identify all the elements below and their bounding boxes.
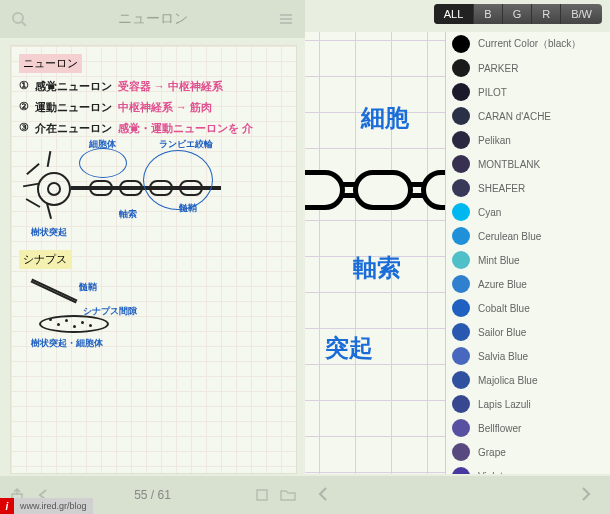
filter-tab-r[interactable]: R: [532, 4, 561, 24]
color-swatch: [452, 419, 470, 437]
sketch-label: 樹状突起・細胞体: [31, 337, 103, 350]
sketch-label: 軸索: [119, 208, 137, 221]
color-name: Azure Blue: [478, 279, 527, 290]
color-item[interactable]: MONTBLANK: [446, 152, 610, 176]
color-item[interactable]: Cerulean Blue: [446, 224, 610, 248]
color-item[interactable]: Mint Blue: [446, 248, 610, 272]
color-item[interactable]: Salvia Blue: [446, 344, 610, 368]
color-swatch: [452, 371, 470, 389]
sketch-label: 細胞体: [89, 138, 116, 151]
forward-icon[interactable]: [580, 486, 598, 504]
item-num: ①: [19, 79, 29, 94]
color-name: Majolica Blue: [478, 375, 537, 386]
back-icon[interactable]: [317, 486, 335, 504]
sketch-label: 樹状突起: [31, 226, 67, 239]
note-page[interactable]: ニューロン ①感覚ニューロン受容器 → 中枢神経系 ②運動ニューロン中枢神経系 …: [10, 45, 297, 474]
color-item[interactable]: Grape: [446, 440, 610, 464]
zoom-label: 突起: [325, 332, 373, 364]
color-item[interactable]: Azure Blue: [446, 272, 610, 296]
color-name: Pelikan: [478, 135, 511, 146]
page-icon[interactable]: [253, 486, 271, 504]
color-item[interactable]: SHEAFER: [446, 176, 610, 200]
color-name: Mint Blue: [478, 255, 520, 266]
watermark-badge: i: [0, 498, 14, 514]
color-swatch: [452, 107, 470, 125]
color-swatch: [452, 35, 470, 53]
color-item[interactable]: Current Color（black）: [446, 32, 610, 56]
color-name: Cobalt Blue: [478, 303, 530, 314]
color-item[interactable]: CARAN d'ACHE: [446, 104, 610, 128]
color-item[interactable]: Cobalt Blue: [446, 296, 610, 320]
svg-point-0: [13, 13, 23, 23]
color-item[interactable]: Bellflower: [446, 416, 610, 440]
color-name: Lapis Lazuli: [478, 399, 531, 410]
color-swatch: [452, 203, 470, 221]
item-label: 介在ニューロン: [35, 121, 112, 136]
color-name: PILOT: [478, 87, 507, 98]
filter-tab-g[interactable]: G: [503, 4, 533, 24]
color-name: Violet: [478, 471, 503, 475]
item-num: ③: [19, 121, 29, 136]
svg-rect-6: [257, 490, 267, 500]
filter-tab-all[interactable]: ALL: [434, 4, 475, 24]
left-toolbar: ニューロン: [0, 0, 305, 38]
color-item[interactable]: Violet: [446, 464, 610, 474]
color-filter-tabs: ALLBGRB/W: [434, 4, 602, 24]
note-content: ニューロン ①感覚ニューロン受容器 → 中枢神経系 ②運動ニューロン中枢神経系 …: [11, 46, 296, 473]
color-item[interactable]: Cyan: [446, 200, 610, 224]
synapse-sketch: 髄鞘 シナプス間隙 樹状突起・細胞体: [19, 275, 288, 355]
color-name: PARKER: [478, 63, 518, 74]
zoom-label: 細胞: [361, 102, 409, 134]
item-desc: 受容器 → 中枢神経系: [118, 79, 223, 94]
color-swatch: [452, 395, 470, 413]
color-swatch: [452, 251, 470, 269]
color-swatch: [452, 275, 470, 293]
color-name: Grape: [478, 447, 506, 458]
color-name: Cyan: [478, 207, 501, 218]
color-item[interactable]: PARKER: [446, 56, 610, 80]
neuron-sketch: 細胞体 ランビエ絞輪 軸索 髄鞘 樹状突起: [19, 144, 288, 244]
color-swatch: [452, 323, 470, 341]
sketch-label: 髄鞘: [79, 281, 97, 294]
color-name: Current Color（black）: [478, 37, 581, 51]
color-swatch: [452, 155, 470, 173]
note-title: ニューロン: [38, 10, 267, 28]
color-picker-pane: ALLBGRB/W 細胞 軸索 突起 Current Color（black）P…: [305, 0, 610, 514]
color-name: Bellflower: [478, 423, 521, 434]
section-heading-1: ニューロン: [19, 54, 82, 73]
section-heading-2: シナプス: [19, 250, 71, 269]
sketch-label: シナプス間隙: [83, 305, 137, 318]
color-swatch: [452, 347, 470, 365]
item-num: ②: [19, 100, 29, 115]
color-item[interactable]: PILOT: [446, 80, 610, 104]
sketch-label: 髄鞘: [179, 202, 197, 215]
svg-line-1: [22, 22, 26, 26]
right-bottom-bar: [305, 476, 610, 514]
color-name: Salvia Blue: [478, 351, 528, 362]
color-swatch: [452, 227, 470, 245]
color-item[interactable]: Lapis Lazuli: [446, 392, 610, 416]
color-list[interactable]: Current Color（black）PARKERPILOTCARAN d'A…: [445, 32, 610, 474]
color-item[interactable]: Majolica Blue: [446, 368, 610, 392]
color-swatch: [452, 443, 470, 461]
color-item[interactable]: Pelikan: [446, 128, 610, 152]
filter-tab-b-w[interactable]: B/W: [561, 4, 602, 24]
search-icon[interactable]: [10, 10, 28, 28]
filter-tab-b[interactable]: B: [474, 4, 502, 24]
color-name: SHEAFER: [478, 183, 525, 194]
color-swatch: [452, 467, 470, 474]
folder-icon[interactable]: [279, 486, 297, 504]
color-name: Sailor Blue: [478, 327, 526, 338]
color-swatch: [452, 131, 470, 149]
item-label: 運動ニューロン: [35, 100, 112, 115]
zoom-label: 軸索: [353, 252, 401, 284]
sketch-label: ランビエ絞輪: [159, 138, 213, 151]
color-item[interactable]: Sailor Blue: [446, 320, 610, 344]
watermark-text: www.ired.gr/blog: [14, 501, 93, 511]
color-name: Cerulean Blue: [478, 231, 541, 242]
color-name: MONTBLANK: [478, 159, 540, 170]
menu-icon[interactable]: [277, 10, 295, 28]
color-swatch: [452, 83, 470, 101]
color-swatch: [452, 179, 470, 197]
zoom-preview[interactable]: 細胞 軸索 突起: [305, 32, 445, 474]
